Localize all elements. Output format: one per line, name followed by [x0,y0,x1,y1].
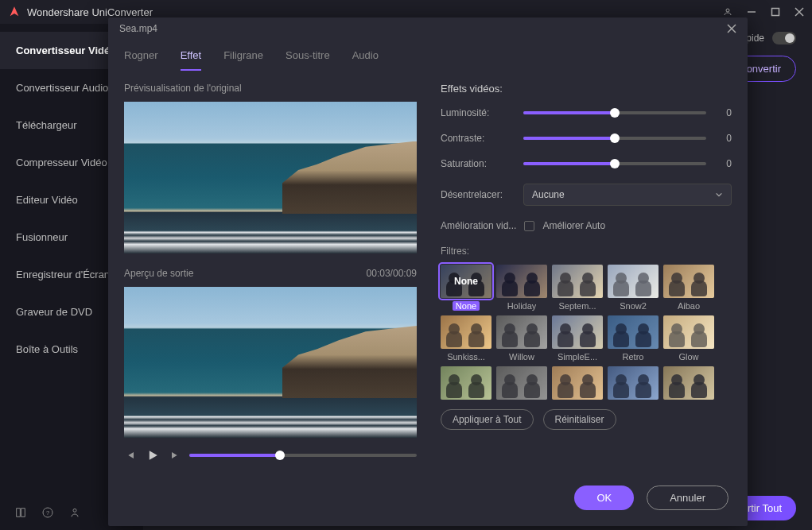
filter-cell [552,366,603,400]
filter-cell: Willow [496,315,547,362]
filter-name: Willow [509,352,534,362]
original-preview [124,102,417,253]
user-icon[interactable] [723,7,732,17]
reset-button[interactable]: Réinitialiser [543,409,616,430]
filter-name: Septem... [558,301,596,311]
filter-thumb-sunkiss[interactable] [441,315,491,349]
filters-label: Filtres: [441,246,732,257]
contrast-value: 0 [716,133,732,144]
minimize-icon[interactable] [747,7,756,17]
filter-thumb-none[interactable]: None [441,265,491,298]
svg-text:?: ? [46,509,49,516]
original-preview-label: Prévisualisation de l'original [124,83,417,94]
filter-cell [663,366,714,400]
filter-thumb-aibao[interactable] [663,265,714,298]
ok-button[interactable]: OK [574,486,634,510]
preview-time: 00:03/00:09 [367,268,417,279]
person-icon[interactable] [68,506,81,519]
filter-thumb-simplee[interactable] [552,315,603,349]
filter-cell [608,366,659,400]
filter-thumb-10[interactable] [441,366,491,400]
filter-cell: NoneNone [441,265,491,311]
help-icon[interactable]: ? [41,506,54,519]
prev-frame-icon[interactable] [124,449,137,462]
svg-rect-2 [772,9,779,16]
filter-cell: Snow2 [608,265,659,311]
brightness-slider[interactable] [523,111,706,114]
filter-thumb-14[interactable] [663,366,714,400]
filter-name: SimpleE... [558,352,597,362]
filter-thumb-12[interactable] [552,366,603,400]
filter-name: Holiday [507,301,537,311]
filter-name: Retro [623,352,644,362]
svg-point-0 [726,9,729,12]
effect-modal: Sea.mp4 Rogner Effet Filigrane Sous-titr… [108,17,748,526]
brightness-value: 0 [716,107,732,118]
filter-name: Aibao [678,301,700,311]
seekbar[interactable] [189,454,417,457]
filter-thumb-willow[interactable] [496,315,547,349]
effects-title: Effets vidéos: [441,83,732,95]
filter-thumb-septem[interactable] [552,265,603,298]
deinterlace-label: Désentrelacer: [441,189,514,200]
app-logo [8,6,21,18]
filter-thumb-13[interactable] [608,366,659,400]
saturation-label: Saturation: [441,158,514,169]
cancel-button[interactable]: Annuler [647,486,728,510]
enhance-auto-label: Améliorer Auto [542,220,605,231]
brightness-label: Luminosité: [441,107,514,118]
maximize-icon[interactable] [771,7,780,17]
filter-cell: Sunkiss... [441,315,491,362]
contrast-label: Contraste: [441,133,514,144]
filter-thumb-holiday[interactable] [496,265,547,298]
filter-cell: Septem... [552,265,603,311]
modal-tabs: Rogner Effet Filigrane Sous-titre Audio [108,40,748,72]
filter-thumb-11[interactable] [496,366,547,400]
filter-none-overlay: None [441,265,491,298]
output-preview [124,287,417,439]
tab-rogner[interactable]: Rogner [124,44,158,71]
filter-cell: SimpleE... [552,315,603,362]
next-frame-icon[interactable] [169,449,181,462]
filters-grid: NoneNoneHolidaySeptem...Snow2AibaoSunkis… [441,265,721,400]
tab-soustitre[interactable]: Sous-titre [286,44,330,71]
play-icon[interactable] [145,447,161,463]
modal-filename: Sea.mp4 [119,23,157,34]
fast-mode-toggle[interactable] [772,32,796,44]
filter-name: None [453,301,480,311]
chevron-down-icon [715,191,723,199]
enhance-auto-checkbox[interactable] [524,221,534,231]
filter-cell: Glow [663,315,714,362]
filter-name: Sunkiss... [447,352,485,362]
apply-all-button[interactable]: Appliquer à Tout [441,409,534,430]
tab-effet[interactable]: Effet [181,44,202,71]
filter-name: Snow2 [620,301,647,311]
deinterlace-select[interactable]: Aucune [523,184,732,206]
enhance-label: Amélioration vid... [441,220,516,231]
filter-cell [496,366,547,400]
tab-filigrane[interactable]: Filigrane [223,44,263,71]
contrast-slider[interactable] [523,137,706,140]
filter-cell: Aibao [663,265,714,311]
filter-cell: Holiday [496,265,547,311]
filter-cell: Retro [608,315,659,362]
filter-name: Glow [678,352,698,362]
output-preview-label: Aperçu de sortie [124,268,193,279]
app-title: Wondershare UniConverter [27,6,153,18]
filter-thumb-retro[interactable] [608,315,659,349]
modal-close-icon[interactable] [727,24,736,33]
close-icon[interactable] [795,7,804,17]
saturation-value: 0 [716,158,732,169]
deinterlace-value: Aucune [532,189,565,200]
svg-point-7 [73,509,76,512]
filter-thumb-snow2[interactable] [608,265,659,298]
filter-cell [441,366,491,400]
tab-audio[interactable]: Audio [352,44,379,71]
filter-thumb-glow[interactable] [663,315,714,349]
saturation-slider[interactable] [523,162,706,165]
book-icon[interactable] [14,506,27,519]
